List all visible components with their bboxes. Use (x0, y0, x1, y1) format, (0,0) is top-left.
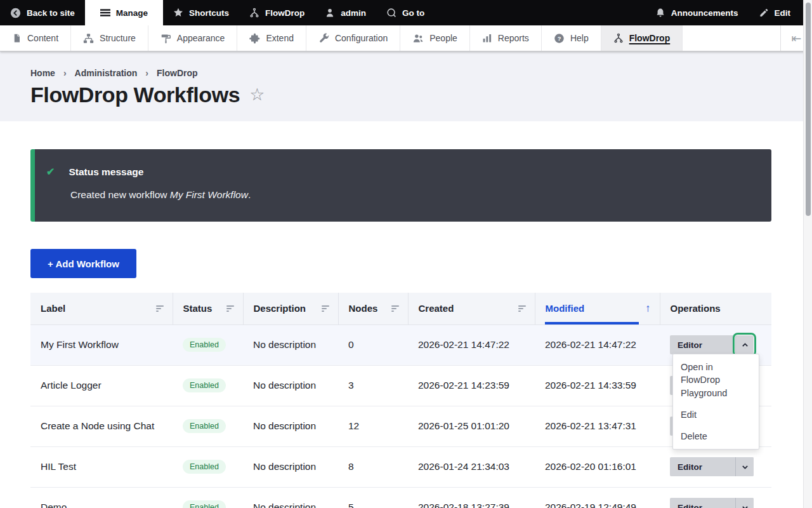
toolbar-item-help[interactable]: ? Help (542, 25, 601, 51)
chevron-down-icon (741, 504, 749, 508)
breadcrumb-home[interactable]: Home (30, 68, 55, 78)
cell-description: No description (243, 406, 338, 446)
sort-icon (391, 305, 399, 312)
document-icon (12, 33, 22, 43)
cell-created: 2026-02-21 14:23:59 (408, 365, 535, 406)
column-header-status[interactable]: Status (173, 293, 243, 324)
table-row: HIL Test Enabled No description 8 2026-0… (30, 446, 771, 487)
back-to-site-label: Back to site (27, 8, 75, 18)
cell-nodes: 3 (338, 365, 408, 406)
toolbar-item-content[interactable]: Content (0, 25, 71, 51)
cell-modified: 2026-02-21 14:33:59 (535, 365, 660, 406)
manage-label: Manage (116, 8, 148, 18)
menu-item-delete[interactable]: Delete (673, 425, 759, 447)
flowdrop-topbar-button[interactable]: FlowDrop (239, 0, 315, 25)
bell-icon (655, 8, 665, 18)
add-workflow-button[interactable]: + Add Workflow (30, 249, 136, 278)
edit-button[interactable]: Edit (749, 0, 801, 25)
menu-item-edit[interactable]: Edit (673, 404, 759, 425)
main-content: ✔ Status message Created new workflow My… (0, 121, 812, 508)
column-header-nodes[interactable]: Nodes (338, 293, 408, 324)
sort-icon (322, 305, 329, 312)
favorite-star-icon[interactable]: ☆ (249, 86, 265, 104)
goto-button[interactable]: Go to (376, 0, 435, 25)
cell-nodes: 12 (338, 406, 408, 446)
column-header-operations: Operations (660, 293, 771, 324)
sort-icon (156, 305, 164, 312)
manage-button[interactable]: Manage (85, 0, 163, 25)
toolbar-item-label: People (429, 33, 457, 43)
flowdrop-topbar-label: FlowDrop (265, 8, 304, 18)
sort-ascending-arrow-icon: ↑ (645, 303, 651, 314)
operations-editor-button[interactable]: Editor (670, 457, 735, 476)
chevron-down-icon (741, 463, 749, 471)
toolbar-item-extend[interactable]: Extend (237, 25, 306, 51)
status-badge: Enabled (183, 460, 226, 474)
table-header-row: Label Status Description Nodes Created (30, 293, 771, 324)
toolbar-item-label: Content (27, 33, 58, 43)
column-header-label[interactable]: Label (30, 293, 173, 324)
toolbar-item-reports[interactable]: Reports (470, 25, 542, 51)
toolbar-item-configuration[interactable]: Configuration (306, 25, 400, 51)
cell-label: Article Logger (30, 365, 173, 406)
status-text-suffix: . (248, 189, 251, 200)
admin-topbar: Back to site Manage Shortcuts FlowDrop a… (0, 0, 812, 25)
table-row: Article Logger Enabled No description 3 … (30, 365, 771, 406)
help-icon: ? (554, 33, 565, 44)
chevron-up-icon (741, 341, 749, 349)
toolbar-item-structure[interactable]: Structure (71, 25, 148, 51)
operations-dropbutton: Editor (670, 335, 754, 354)
table-row: Create a Node using Chat Enabled No desc… (30, 406, 771, 446)
operations-editor-button[interactable]: Editor (670, 335, 735, 354)
menu-item-open-in-flowdrop-playground[interactable]: Open in FlowDrop Playground (673, 356, 759, 404)
column-header-text: Status (183, 303, 213, 314)
paint-roller-icon (160, 33, 171, 44)
status-badge: Enabled (183, 419, 226, 433)
svg-text:?: ? (558, 35, 561, 41)
flowdrop-workflows-page: Back to site Manage Shortcuts FlowDrop a… (0, 0, 812, 508)
back-to-site-button[interactable]: Back to site (0, 0, 85, 25)
shortcuts-button[interactable]: Shortcuts (163, 0, 239, 25)
scrollbar[interactable] (803, 0, 812, 508)
sort-icon (226, 305, 234, 312)
cell-created: 2026-02-21 14:47:22 (408, 324, 535, 365)
column-header-description[interactable]: Description (243, 293, 338, 324)
column-header-modified[interactable]: Modified↑ (535, 293, 660, 324)
page-title: FlowDrop Workflows (30, 83, 240, 107)
toolbar-item-label: FlowDrop (629, 33, 671, 43)
edit-label: Edit (775, 8, 791, 18)
operations-toggle-button[interactable] (735, 335, 754, 354)
announcements-button[interactable]: Announcements (645, 0, 749, 25)
people-icon (412, 33, 424, 44)
cell-description: No description (243, 324, 338, 365)
cell-modified: 2026-02-20 01:16:01 (535, 446, 660, 487)
workflow-branch-icon (249, 8, 259, 18)
toolbar-item-appearance[interactable]: Appearance (148, 25, 238, 51)
operations-editor-button[interactable]: Editor (670, 498, 735, 508)
wrench-icon (318, 33, 329, 44)
cell-created: 2026-01-25 01:01:20 (408, 406, 535, 446)
cell-nodes: 8 (338, 446, 408, 487)
scrollbar-thumb[interactable] (806, 3, 811, 216)
column-header-text: Operations (671, 303, 721, 314)
operations-toggle-button[interactable] (735, 457, 754, 476)
column-header-created[interactable]: Created (408, 293, 535, 324)
breadcrumb-administration[interactable]: Administration (75, 68, 138, 78)
admin-user-button[interactable]: admin (315, 0, 376, 25)
operations-toggle-button[interactable] (735, 498, 754, 508)
column-header-text: Modified (546, 303, 585, 314)
breadcrumb-flowdrop[interactable]: FlowDrop (157, 68, 198, 78)
pencil-icon (759, 8, 769, 18)
toolbar-item-people[interactable]: People (400, 25, 470, 51)
sitemap-icon (83, 33, 94, 44)
toolbar-item-flowdrop[interactable]: FlowDrop (601, 25, 683, 51)
operations-dropbutton: Editor (670, 457, 754, 476)
admin-toolbar: Content Structure Appearance Extend Conf… (0, 25, 812, 51)
cell-label: Demo (30, 487, 173, 508)
back-circle-icon (10, 8, 21, 18)
cell-nodes: 0 (338, 324, 408, 365)
cell-created: 2026-02-18 13:27:39 (408, 487, 535, 508)
collapse-to-left-icon: ⇤ (792, 31, 802, 46)
status-badge: Enabled (183, 378, 226, 392)
table-row: My First Workflow Enabled No description… (30, 324, 771, 365)
